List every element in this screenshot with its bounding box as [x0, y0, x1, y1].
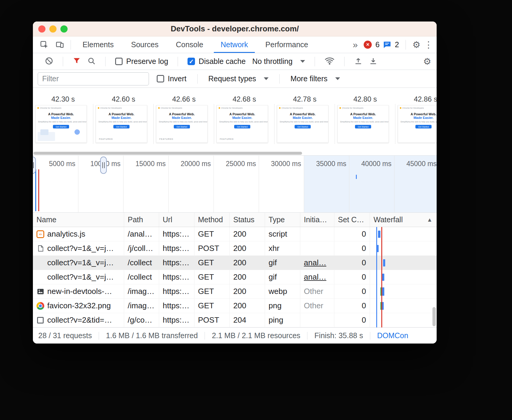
thumbnail-cta-button: Get Started — [295, 125, 311, 128]
column-header-status[interactable]: Status — [230, 213, 265, 227]
console-errors-icon[interactable]: × — [364, 41, 372, 49]
script-icon: ‹› — [36, 230, 44, 238]
request-waterfall — [370, 241, 437, 255]
site-logo-icon — [279, 107, 281, 109]
filmstrip-thumbnail: Chrome for DevelopersA Powerful Web.Made… — [96, 105, 147, 143]
settings-gear-icon[interactable]: ⚙ — [412, 40, 420, 49]
site-brand-text: Chrome for Developers — [281, 107, 303, 109]
request-waterfall — [370, 270, 437, 284]
request-waterfall — [370, 284, 437, 298]
filmstrip-frame[interactable]: 42.60 sChrome for DevelopersA Powerful W… — [93, 88, 154, 151]
network-conditions-button[interactable] — [324, 57, 335, 66]
column-header-name[interactable]: Name — [33, 213, 124, 227]
filmstrip-frame[interactable]: 42.66 sChrome for DevelopersA Powerful W… — [154, 88, 214, 151]
throttling-dropdown[interactable]: No throttling — [252, 57, 305, 66]
request-types-dropdown[interactable]: Request types — [208, 74, 269, 83]
network-toolbar: Preserve log Disable cache No throttling… — [33, 53, 437, 70]
preserve-log-checkbox[interactable] — [115, 58, 123, 65]
column-header-set-cookies[interactable]: Set C… — [334, 213, 370, 227]
disable-cache-checkbox[interactable] — [188, 58, 195, 65]
tab-sources[interactable]: Sources — [122, 36, 167, 53]
tab-elements[interactable]: Elements — [74, 36, 122, 53]
column-header-type[interactable]: Type — [265, 213, 300, 227]
network-conditions-icon — [324, 57, 335, 65]
column-header-url[interactable]: Url — [159, 213, 194, 227]
tab-network[interactable]: Network — [212, 36, 257, 53]
site-brand-text: Chrome for Developers — [161, 107, 182, 109]
export-har-button[interactable] — [369, 57, 377, 66]
close-button[interactable] — [38, 25, 45, 33]
timeline-overview[interactable]: 5000 ms10000 ms15000 ms20000 ms25000 ms3… — [33, 156, 437, 213]
column-header-path[interactable]: Path — [124, 213, 159, 227]
import-har-button[interactable] — [354, 57, 362, 66]
request-waterfall — [370, 299, 437, 313]
divider — [99, 332, 99, 340]
request-url: https:… — [159, 299, 194, 313]
filmstrip-frame[interactable]: 42.68 sChrome for DevelopersA Powerful W… — [214, 88, 275, 151]
filmstrip-timestamp: 42.80 s — [335, 95, 395, 103]
more-tabs-button[interactable]: » — [351, 40, 360, 50]
table-vertical-scrollbar[interactable] — [432, 307, 436, 326]
invert-checkbox[interactable] — [157, 75, 164, 82]
filter-input[interactable] — [38, 72, 149, 85]
request-initiator[interactable]: anal… — [300, 256, 334, 270]
clear-button[interactable] — [45, 57, 53, 66]
request-path: /imag… — [124, 299, 159, 313]
thumbnail-heading-line1: A Powerful Web. — [398, 112, 437, 116]
overview-tick-label: 20000 ms — [163, 160, 211, 168]
filmstrip-horizontal-scrollbar[interactable] — [33, 152, 302, 155]
request-status: 200 — [230, 299, 265, 313]
filter-toggle-button[interactable] — [73, 57, 81, 66]
filmstrip-frame[interactable]: 42.78 sChrome for DevelopersA Powerful W… — [275, 88, 335, 151]
thumbnail-subtitle: Simplifying the web to help you build, g… — [217, 121, 268, 123]
site-brand-text: Chrome for Developers — [40, 107, 61, 109]
load-event-line — [38, 169, 39, 211]
request-path: /g/co… — [124, 313, 159, 327]
request-type: png — [265, 299, 300, 313]
no-icon — [36, 259, 44, 267]
more-options-icon[interactable]: ⋮ — [424, 40, 433, 49]
zoom-button[interactable] — [60, 25, 68, 33]
column-header-initiator[interactable]: Initia… — [300, 213, 334, 227]
request-initiator[interactable]: anal… — [300, 270, 334, 284]
device-toolbar-button[interactable] — [52, 38, 68, 52]
overview-window-handle-left[interactable] — [33, 157, 36, 174]
divider — [315, 57, 315, 66]
filmstrip-frame[interactable]: 42.86 sChrome for DevelopersA Powerful W… — [395, 88, 437, 151]
device-toolbar-icon — [55, 40, 64, 49]
inspect-element-button[interactable] — [36, 38, 52, 52]
filmstrip: 42.30 sChrome for DevelopersA Powerful W… — [33, 88, 437, 151]
filmstrip-frame[interactable]: 42.30 sChrome for DevelopersA Powerful W… — [33, 88, 93, 151]
more-filters-dropdown[interactable]: More filters — [290, 74, 340, 83]
tab-performance[interactable]: Performance — [257, 36, 317, 53]
issues-count[interactable]: 2 — [395, 40, 399, 49]
divider — [205, 332, 205, 340]
clear-icon — [45, 57, 53, 65]
network-settings-gear-icon[interactable]: ⚙ — [423, 57, 431, 66]
column-header-waterfall[interactable]: Waterfall▲ — [370, 213, 437, 227]
site-logo-icon — [400, 107, 401, 109]
request-method: GET — [194, 284, 230, 298]
window-controls — [38, 25, 68, 33]
minimize-button[interactable] — [49, 25, 57, 33]
thumbnail-cta-button: Get Started — [53, 125, 69, 128]
tab-console[interactable]: Console — [167, 36, 212, 53]
site-brand-text: Chrome for Developers — [100, 107, 122, 109]
overview-window-handle-right[interactable] — [100, 157, 107, 174]
request-path: /imag… — [124, 284, 159, 298]
network-table-header: Name Path Url Method Status Type Initia…… — [33, 213, 437, 227]
request-set-cookies: 0 — [334, 270, 370, 284]
filmstrip-frame[interactable]: 42.80 sChrome for DevelopersA Powerful W… — [335, 88, 395, 151]
search-button[interactable] — [87, 57, 96, 66]
request-name: collect?v=2&tid=… — [47, 315, 112, 325]
thumbnail-heading-line1: A Powerful Web. — [156, 112, 207, 116]
overview-tick-label: 5000 ms — [33, 160, 75, 168]
filmstrip-thumbnail: Chrome for DevelopersA Powerful Web.Made… — [217, 105, 268, 143]
request-status: 200 — [230, 227, 265, 241]
request-method: GET — [194, 299, 230, 313]
issues-icon[interactable] — [383, 41, 391, 48]
request-waterfall — [370, 313, 437, 327]
column-header-method[interactable]: Method — [194, 213, 230, 227]
thumbnail-site-header: Chrome for Developers — [338, 105, 388, 109]
error-count[interactable]: 6 — [375, 40, 380, 49]
